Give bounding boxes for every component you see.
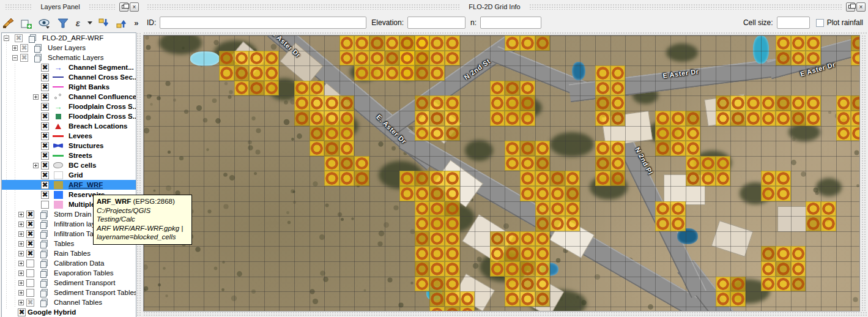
layer-tree-item-flo-2d-arf-wrf[interactable]: ✖FLO-2D_ARF-WRF bbox=[2, 33, 136, 43]
expand-icon[interactable] bbox=[18, 231, 24, 237]
expand-icon[interactable] bbox=[12, 45, 18, 51]
expand-icon[interactable] bbox=[18, 280, 24, 286]
plot-rainfall-checkbox[interactable] bbox=[816, 19, 824, 27]
layer-visibility-checkbox[interactable]: ✖ bbox=[41, 113, 49, 121]
layer-visibility-checkbox[interactable] bbox=[41, 201, 49, 209]
layer-tree-item-breach-locations[interactable]: ✖Breach Locations bbox=[2, 121, 136, 131]
expand-icon[interactable] bbox=[18, 222, 24, 227]
arf-cell bbox=[310, 141, 325, 156]
manage-visibility-button[interactable] bbox=[38, 17, 51, 30]
toolbar-overflow-button[interactable]: » bbox=[133, 17, 140, 30]
layer-tree-item-bc-cells[interactable]: ✖BC cells bbox=[2, 160, 136, 170]
id-input[interactable] bbox=[160, 17, 366, 29]
close-panel-button[interactable]: × bbox=[856, 2, 866, 12]
layer-tree-item-channel-cross-sec[interactable]: ✖Channel Cross Sec... bbox=[2, 72, 136, 82]
expand-icon[interactable] bbox=[18, 212, 24, 217]
funnel-icon bbox=[57, 17, 69, 29]
expression-dropdown-caret[interactable] bbox=[87, 21, 92, 24]
layer-tree-item-floodplain-cross-s[interactable]: ✖→Floodplain Cross S... bbox=[2, 102, 136, 111]
layer-tree-item-channel-confluences[interactable]: ✖Channel Confluences bbox=[2, 92, 136, 102]
layer-tree-item-sediment-transport-tables[interactable]: Sediment Transport Tables bbox=[2, 288, 136, 297]
expand-all-button[interactable] bbox=[98, 17, 110, 30]
collapse-icon[interactable] bbox=[12, 55, 18, 61]
layer-visibility-checkbox[interactable]: ✖ bbox=[15, 34, 23, 42]
layer-visibility-checkbox[interactable] bbox=[26, 259, 34, 267]
expand-all-icon bbox=[98, 17, 110, 29]
layer-visibility-checkbox[interactable]: ✖ bbox=[41, 191, 49, 199]
expand-icon[interactable] bbox=[18, 300, 24, 305]
layer-tree-item-calibration-data[interactable]: Calibration Data bbox=[2, 258, 136, 268]
expand-icon[interactable] bbox=[33, 94, 39, 100]
layer-tree-item-arf-wrf[interactable]: ✖ARF_WRF bbox=[2, 180, 136, 190]
layer-visibility-checkbox[interactable]: ✖ bbox=[41, 132, 49, 140]
layer-tree-item-levees[interactable]: ✖Levees bbox=[2, 131, 136, 141]
layer-visibility-checkbox[interactable] bbox=[26, 279, 34, 287]
arf-cell bbox=[264, 65, 280, 81]
layer-tree-item-user-layers[interactable]: ✖User Layers bbox=[2, 43, 136, 53]
layer-tree-item-grid[interactable]: ✖Grid bbox=[2, 170, 136, 180]
group-icon bbox=[37, 259, 50, 267]
layer-visibility-checkbox[interactable]: ✖ bbox=[26, 299, 34, 307]
layer-visibility-checkbox[interactable]: ✖ bbox=[41, 171, 49, 179]
n-input[interactable] bbox=[480, 17, 541, 29]
collapse-icon[interactable] bbox=[4, 35, 9, 41]
collapse-all-button[interactable] bbox=[116, 17, 128, 30]
layer-tree-item-rain-tables[interactable]: ✖Rain Tables bbox=[2, 248, 136, 258]
layer-visibility-checkbox[interactable]: ✖ bbox=[41, 152, 49, 160]
layer-label: Channel Cross Sec... bbox=[69, 73, 136, 81]
layer-visibility-checkbox[interactable]: ✖ bbox=[41, 103, 49, 111]
layer-visibility-checkbox[interactable]: ✖ bbox=[41, 142, 49, 150]
layer-visibility-checkbox[interactable]: ✖ bbox=[41, 162, 49, 170]
layer-visibility-checkbox[interactable]: ✖ bbox=[26, 220, 34, 228]
style-manager-button[interactable] bbox=[2, 17, 15, 30]
layer-visibility-checkbox[interactable]: ✖ bbox=[41, 93, 49, 101]
layers-panel-scrollbar[interactable] bbox=[136, 32, 141, 317]
arf-cell bbox=[429, 65, 445, 81]
filter-legend-button[interactable] bbox=[57, 17, 69, 30]
arf-cell bbox=[354, 51, 369, 66]
elevation-input[interactable] bbox=[407, 17, 466, 29]
layer-tree-item-channel-segment[interactable]: ✖→Channel Segment... bbox=[2, 62, 136, 72]
layer-tree-item-schematic-layers[interactable]: ✖Schematic Layers bbox=[2, 53, 136, 62]
expand-icon[interactable] bbox=[18, 261, 24, 266]
layer-visibility-checkbox[interactable]: ✖ bbox=[20, 44, 28, 52]
expand-icon[interactable] bbox=[33, 163, 39, 168]
tooltip-path-line: layername=blocked_cells bbox=[97, 233, 188, 242]
expand-icon[interactable] bbox=[18, 241, 24, 247]
layer-visibility-checkbox[interactable]: ✖ bbox=[20, 54, 28, 62]
layer-tree-item-evaporation-tables[interactable]: Evaporation Tables bbox=[2, 268, 136, 278]
layer-visibility-checkbox[interactable]: ✖ bbox=[26, 230, 34, 238]
expand-icon[interactable] bbox=[18, 290, 24, 296]
layer-visibility-checkbox[interactable]: ✖ bbox=[41, 83, 49, 91]
layer-tree-item-sediment-transport[interactable]: Sediment Transport bbox=[2, 278, 136, 288]
layer-tree-item-google-hybrid[interactable]: ✖Google Hybrid bbox=[2, 307, 136, 317]
expand-icon[interactable] bbox=[18, 251, 24, 256]
add-group-button[interactable] bbox=[20, 17, 32, 30]
layer-tree-item-floodplain-cross-s[interactable]: ✖Floodplain Cross S... bbox=[2, 111, 136, 121]
cell-size-input[interactable] bbox=[777, 17, 810, 29]
arf-cell bbox=[415, 126, 430, 141]
layer-tree-item-structures[interactable]: ✖Structures bbox=[2, 141, 136, 151]
layer-visibility-checkbox[interactable] bbox=[26, 289, 34, 297]
arf-cell bbox=[791, 51, 806, 66]
layer-visibility-checkbox[interactable]: ✖ bbox=[41, 181, 49, 189]
group-icon bbox=[40, 250, 47, 257]
layer-tree-item-streets[interactable]: ✖Streets bbox=[2, 151, 136, 160]
float-panel-button[interactable] bbox=[119, 2, 128, 12]
layer-visibility-checkbox[interactable]: ✖ bbox=[41, 73, 49, 81]
float-panel-button[interactable] bbox=[846, 2, 855, 12]
layer-visibility-checkbox[interactable]: ✖ bbox=[41, 64, 49, 72]
layer-visibility-checkbox[interactable]: ✖ bbox=[26, 211, 34, 218]
expand-icon[interactable] bbox=[18, 270, 24, 276]
layer-visibility-checkbox[interactable]: ✖ bbox=[18, 308, 26, 316]
group-icon bbox=[40, 240, 47, 247]
layer-tree-item-right-banks[interactable]: ✖Right Banks bbox=[2, 82, 136, 92]
layer-visibility-checkbox[interactable]: ✖ bbox=[26, 240, 34, 248]
layer-tree-item-channel-tables[interactable]: ✖Channel Tables bbox=[2, 297, 136, 307]
map-canvas[interactable]: E Aster DrE. Aster DrN 2nd StE Aster DrE… bbox=[143, 35, 860, 311]
layer-visibility-checkbox[interactable] bbox=[26, 269, 34, 277]
layer-visibility-checkbox[interactable]: ✖ bbox=[26, 250, 34, 258]
filter-expression-button[interactable]: ε bbox=[75, 17, 81, 30]
close-panel-button[interactable]: × bbox=[130, 2, 139, 12]
layer-visibility-checkbox[interactable]: ✖ bbox=[41, 122, 49, 130]
